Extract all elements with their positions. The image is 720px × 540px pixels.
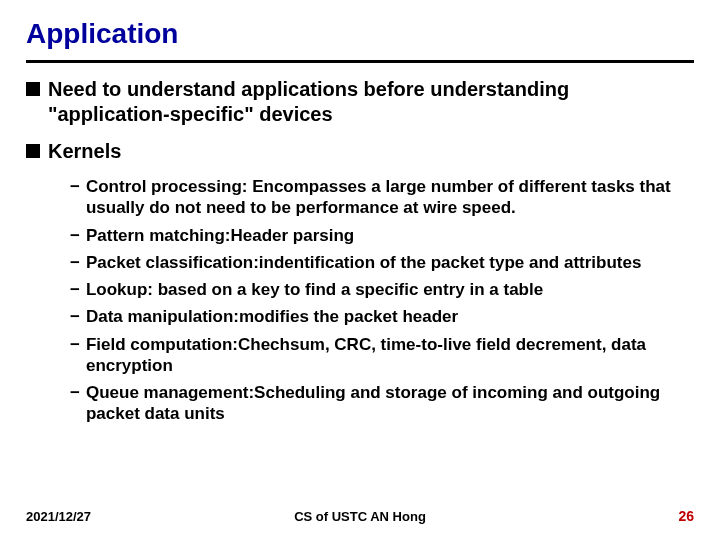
bullet-level2: − Pattern matching:Header parsing	[70, 225, 694, 246]
bullet-level2: − Packet classification:indentification …	[70, 252, 694, 273]
slide-title: Application	[26, 18, 694, 50]
sub-bullet-text: Queue management:Scheduling and storage …	[86, 382, 694, 425]
bullet-level1: Need to understand applications before u…	[26, 77, 694, 127]
dash-bullet-icon: −	[70, 279, 80, 300]
bullet-level2: − Field computation:Chechsum, CRC, time-…	[70, 334, 694, 377]
sub-bullet-text: Lookup: based on a key to find a specifi…	[86, 279, 543, 300]
sub-bullet-text: Pattern matching:Header parsing	[86, 225, 354, 246]
sub-bullet-text: Field computation:Chechsum, CRC, time-to…	[86, 334, 694, 377]
slide-footer: 2021/12/27 CS of USTC AN Hong 26	[0, 508, 720, 524]
dash-bullet-icon: −	[70, 225, 80, 246]
sub-bullet-text: Data manipulation:modifies the packet he…	[86, 306, 458, 327]
bullet-text: Need to understand applications before u…	[48, 77, 694, 127]
sub-bullet-text: Packet classification:indentification of…	[86, 252, 641, 273]
bullet-level2: − Lookup: based on a key to find a speci…	[70, 279, 694, 300]
footer-date: 2021/12/27	[26, 509, 91, 524]
square-bullet-icon	[26, 82, 40, 96]
bullet-level2: − Data manipulation:modifies the packet …	[70, 306, 694, 327]
slide: Application Need to understand applicati…	[0, 0, 720, 540]
bullet-level1: Kernels	[26, 139, 694, 164]
dash-bullet-icon: −	[70, 334, 80, 355]
bullet-text: Kernels	[48, 139, 121, 164]
footer-center: CS of USTC AN Hong	[294, 509, 426, 524]
dash-bullet-icon: −	[70, 176, 80, 197]
sub-bullet-list: − Control processing: Encompasses a larg…	[70, 176, 694, 425]
footer-page-number: 26	[678, 508, 694, 524]
bullet-level2: − Queue management:Scheduling and storag…	[70, 382, 694, 425]
square-bullet-icon	[26, 144, 40, 158]
bullet-level2: − Control processing: Encompasses a larg…	[70, 176, 694, 219]
sub-bullet-text: Control processing: Encompasses a large …	[86, 176, 694, 219]
dash-bullet-icon: −	[70, 382, 80, 403]
title-divider	[26, 60, 694, 63]
dash-bullet-icon: −	[70, 252, 80, 273]
dash-bullet-icon: −	[70, 306, 80, 327]
